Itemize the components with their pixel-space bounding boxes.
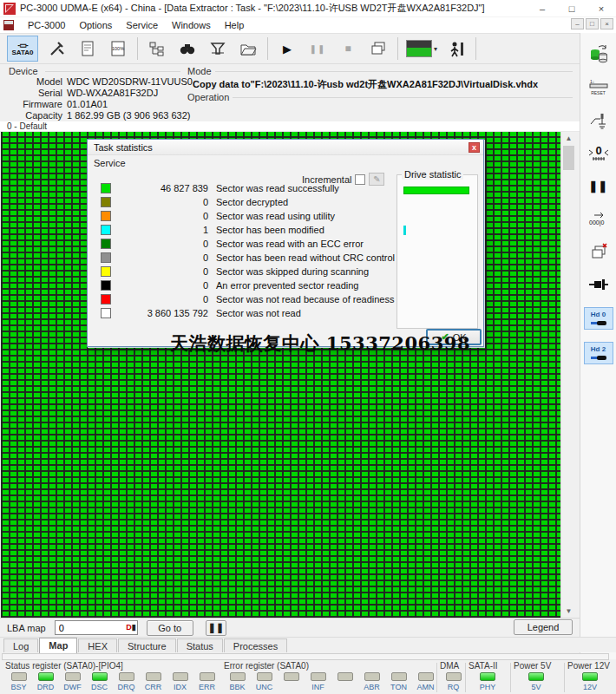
svg-text:0: 0 (595, 144, 601, 157)
legend-color-swatch (101, 197, 111, 207)
legend-color-swatch (101, 183, 111, 193)
utility-tools-button[interactable] (46, 36, 69, 61)
plug-icon (591, 320, 606, 326)
lba-convert-icon: 000|0 (587, 210, 610, 227)
statistic-row: 0 Sector was read using utility (95, 211, 391, 221)
mdi-app-icon[interactable] (3, 20, 14, 30)
search-button[interactable] (176, 36, 199, 61)
map-vertical-scrollbar[interactable]: ▲ ▼ (560, 132, 575, 618)
bottom-tab[interactable]: HEX (78, 638, 117, 652)
app-icon (3, 3, 16, 15)
copies-button[interactable] (367, 36, 390, 61)
jumper-button[interactable] (586, 274, 612, 295)
filter-button[interactable] (206, 36, 229, 61)
bottom-tab[interactable]: Processes (224, 638, 287, 652)
menu-item[interactable]: Help (218, 18, 252, 32)
toolbar-separator (397, 37, 398, 60)
sata0-port-button[interactable]: -▭- SATA0 (7, 36, 38, 62)
mdi-restore-button[interactable]: □ (586, 18, 599, 29)
map-pause-button[interactable]: ❚❚ (206, 620, 226, 636)
legend-color-swatch (101, 239, 111, 249)
legend-color-swatch (101, 280, 111, 291)
statistic-row: 0 Sector has been read without CRC contr… (95, 252, 391, 263)
register-panel: Status register (SATA0)-[PIO4] BSYDRDDWF… (0, 661, 616, 694)
device-row: Capacity1 862.99 GB (3 906 963 632) (9, 110, 193, 121)
phy-led: PHY (469, 672, 507, 691)
percent-report-button[interactable]: 100% (107, 36, 129, 61)
mdi-close-button[interactable]: × (600, 18, 613, 29)
hd2-button[interactable]: Hd 2 (584, 342, 613, 364)
device-row: Firmware01.01A01 (9, 99, 193, 110)
funnel-icon (208, 39, 227, 58)
dialog-menu-service[interactable]: Service (94, 156, 133, 170)
error-led (278, 672, 305, 691)
scroll-down-icon[interactable]: ▼ (563, 606, 574, 617)
person-exit-icon (447, 39, 466, 58)
drive-clone-button[interactable] (586, 43, 612, 64)
power12-led: 12V (567, 672, 613, 691)
jumper-icon (587, 278, 610, 291)
dialog-title: Task statistics (94, 142, 153, 153)
device-rows: ModelWDC WD20SDRW-11VUUS0 SerialWD-WXA2A… (9, 76, 193, 121)
maximize-button[interactable]: □ (557, 0, 587, 17)
status-led: DSC (86, 672, 113, 691)
map-view-button[interactable]: ▾ (406, 40, 437, 57)
scroll-up-icon[interactable]: ▲ (563, 133, 574, 144)
hd0-button[interactable]: Hd 0 (584, 307, 613, 330)
error-led: BBK (224, 672, 251, 691)
legend-button[interactable]: Legend (514, 619, 573, 635)
pause-button[interactable]: ❚❚ (306, 36, 329, 61)
bottom-tab[interactable]: Log (3, 638, 38, 652)
error-led: ABR (358, 672, 385, 691)
open-task-button[interactable] (237, 36, 259, 61)
toolbar-separator (137, 37, 138, 60)
bottom-tab[interactable]: Status (177, 638, 223, 652)
reset-button[interactable]: 1↓ RESET (586, 76, 612, 97)
error-led: INF (305, 672, 331, 691)
clear-copies-button[interactable] (586, 241, 612, 262)
recalibrate-icon: 0 (587, 143, 610, 162)
stop-button[interactable]: ■ (337, 36, 359, 61)
minimize-button[interactable]: – (528, 0, 557, 17)
script-button[interactable] (76, 36, 99, 61)
statistic-row: 0 An error prevented sector reading (95, 280, 391, 291)
menu-item[interactable]: Service (119, 18, 165, 32)
bottom-tab-bar: LogMapHEXStructureStatusProcesses (0, 637, 616, 652)
menu-item[interactable]: Options (72, 18, 119, 32)
exit-task-button[interactable] (445, 36, 468, 61)
structure-tree-button[interactable] (146, 36, 168, 61)
dialog-close-icon[interactable]: x (469, 142, 480, 153)
status-led: DRD (32, 672, 59, 691)
menu-bar: PC-3000OptionsServiceWindowsHelp (0, 17, 616, 33)
recalibrate-button[interactable]: 0 (586, 142, 612, 163)
bottom-tab[interactable]: Structure (118, 638, 176, 652)
mdi-minimize-button[interactable]: – (571, 18, 584, 29)
dialog-title-bar[interactable]: Task statistics x (88, 140, 483, 155)
legend-color-swatch (101, 294, 111, 304)
dec-hex-icon[interactable]: D▮ (126, 622, 135, 632)
start-button[interactable]: ▶ (276, 36, 298, 61)
scrollbar-thumb[interactable] (563, 146, 574, 170)
tree-icon (147, 39, 167, 58)
bottom-tab[interactable]: Map (39, 638, 77, 653)
svg-text:100%: 100% (112, 46, 124, 51)
device-group-label: Device (9, 66, 38, 76)
menu-item[interactable]: Windows (165, 18, 218, 32)
sleep-button[interactable]: ❚❚ (586, 175, 612, 196)
title-bar: PC-3000 UDMA-E (x64) - China - [Data Ext… (0, 0, 616, 17)
legend-color-swatch (101, 266, 111, 277)
head-map-button[interactable] (586, 109, 612, 130)
status-led: CRR (140, 672, 167, 691)
error-led: AMN (412, 672, 439, 691)
task-statistics-dialog: Task statistics x Service Incremental ✎ … (87, 139, 484, 347)
legend-color-swatch (101, 211, 111, 221)
lba-convert-button[interactable]: 000|0 (586, 208, 612, 229)
window-controls: – □ × (528, 0, 616, 17)
close-button[interactable]: × (587, 0, 616, 17)
goto-button[interactable]: Go to (147, 620, 193, 636)
main-toolbar: -▭- SATA0 100% ▶ ❚❚ ■ (0, 33, 616, 64)
layers-icon (369, 39, 388, 58)
dialog-menu-bar: Service (88, 155, 483, 170)
menu-item[interactable]: PC-3000 (21, 18, 72, 32)
drive-statistic-bar (403, 187, 469, 194)
